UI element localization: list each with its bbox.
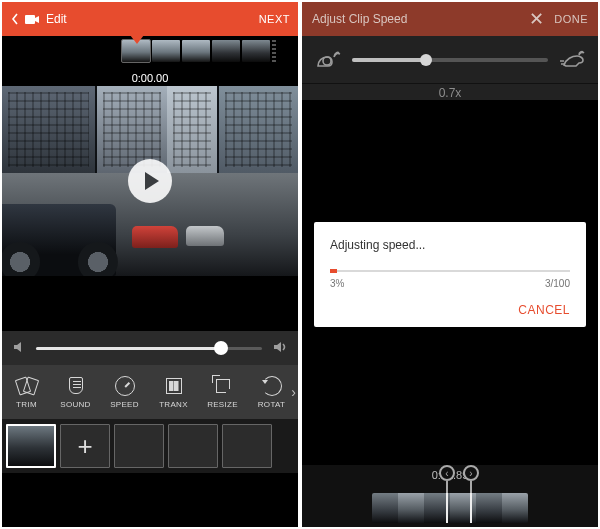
clip-slot-empty[interactable] <box>222 424 272 468</box>
timeline-strip[interactable] <box>372 493 528 523</box>
speed-screen: Adjust Clip Speed ✕ DONE 0.7x Adjusting … <box>302 2 598 527</box>
tool-trim[interactable]: TRIM <box>2 365 51 419</box>
speed-slider[interactable] <box>352 58 548 62</box>
filmstrip-pointer-icon <box>130 35 144 44</box>
timecode: 0:00.00 <box>2 66 298 86</box>
chevron-left-icon <box>10 12 20 26</box>
tool-label: RESIZE <box>207 400 238 409</box>
speed-topbar: Adjust Clip Speed ✕ DONE <box>302 2 598 36</box>
tool-sound[interactable]: SOUND <box>51 365 100 419</box>
trim-marker <box>446 493 448 523</box>
sound-icon <box>66 376 86 396</box>
close-button[interactable]: ✕ <box>529 8 544 30</box>
tool-label: TRIM <box>16 400 37 409</box>
tool-scroll-right-icon[interactable]: › <box>291 384 296 400</box>
add-clip-button[interactable]: + <box>60 424 110 468</box>
speed-icon <box>115 376 135 396</box>
tool-label: ROTAT <box>258 400 285 409</box>
clip-slot-empty[interactable] <box>168 424 218 468</box>
fast-icon <box>558 50 586 70</box>
clip-thumbnail[interactable] <box>6 424 56 468</box>
filmstrip-frame[interactable] <box>212 40 240 62</box>
clip-slot-empty[interactable] <box>114 424 164 468</box>
volume-slider[interactable] <box>36 347 262 350</box>
editor-topbar: Edit NEXT <box>2 2 298 36</box>
trim-marker <box>470 493 472 523</box>
volume-row <box>2 331 298 365</box>
tool-rotate[interactable]: ROTAT <box>247 365 296 419</box>
rotate-icon <box>262 376 282 396</box>
progress-bar <box>330 270 570 272</box>
filmstrip-frame[interactable] <box>182 40 210 62</box>
svg-point-1 <box>323 57 331 65</box>
tool-label: SPEED <box>110 400 139 409</box>
tool-speed[interactable]: SPEED <box>100 365 149 419</box>
resize-icon <box>213 376 233 396</box>
dialog-title: Adjusting speed... <box>330 238 570 252</box>
screen-title: Edit <box>46 12 67 26</box>
tool-label: TRANX <box>159 400 188 409</box>
tool-tranx[interactable]: TRANX <box>149 365 198 419</box>
video-preview[interactable] <box>2 86 298 276</box>
editor-screen: Edit NEXT 0:00.00 <box>2 2 298 527</box>
preview-padding <box>2 276 298 331</box>
filmstrip[interactable] <box>2 36 298 66</box>
tool-label: SOUND <box>60 400 90 409</box>
progress-count: 3/100 <box>545 278 570 289</box>
progress-dialog: Adjusting speed... 3% 3/100 CANCEL <box>314 222 586 327</box>
done-button[interactable]: DONE <box>554 13 588 25</box>
speed-timeline: 0:32.89 ‹ › <box>302 465 598 527</box>
clip-tray: + <box>2 419 298 473</box>
next-button[interactable]: NEXT <box>259 13 290 25</box>
speed-slider-row <box>302 36 598 84</box>
trim-handle-end[interactable]: › <box>462 465 480 493</box>
filmstrip-frame[interactable] <box>242 40 270 62</box>
filmstrip-frame[interactable] <box>152 40 180 62</box>
camera-icon <box>24 12 40 26</box>
filmstrip-end-icon <box>272 40 276 62</box>
progress-percent: 3% <box>330 278 344 289</box>
trim-icon <box>17 376 37 396</box>
transition-icon <box>164 376 184 396</box>
back-button[interactable] <box>10 12 40 26</box>
tool-row: TRIM SOUND SPEED TRANX RESIZE ROTAT › <box>2 365 298 419</box>
cancel-button[interactable]: CANCEL <box>518 303 570 317</box>
slow-icon <box>314 50 342 70</box>
tool-resize[interactable]: RESIZE <box>198 365 247 419</box>
volume-max-icon[interactable] <box>272 341 288 356</box>
play-button[interactable] <box>128 159 172 203</box>
screen-title: Adjust Clip Speed <box>312 12 407 26</box>
svg-rect-0 <box>25 15 35 24</box>
volume-mute-icon[interactable] <box>12 341 26 356</box>
trim-handle-start[interactable]: ‹ <box>438 465 456 493</box>
